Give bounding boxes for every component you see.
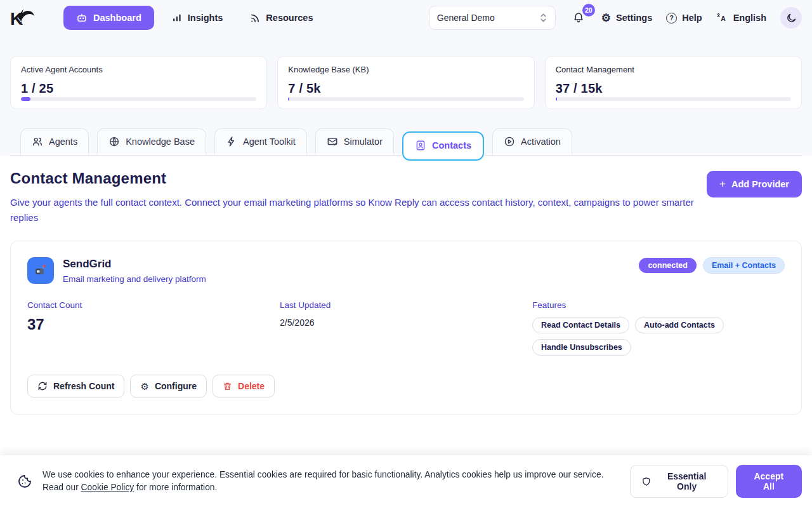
question-icon: ? (666, 13, 677, 23)
accept-all-button[interactable]: Accept All (736, 465, 802, 498)
progress-track (21, 97, 256, 101)
delete-label: Delete (238, 381, 265, 391)
shield-icon (641, 476, 652, 487)
tab-label: Simulator (344, 137, 383, 147)
tab-agent-toolkit[interactable]: Agent Toolkit (214, 128, 307, 155)
org-select-value: General Demo (437, 13, 495, 23)
essential-only-button[interactable]: Essential Only (630, 465, 728, 498)
language-label: English (733, 13, 766, 23)
add-provider-button[interactable]: + Add Provider (707, 171, 802, 197)
last-updated-block: Last Updated 2/5/2026 (280, 300, 532, 356)
nav-resources[interactable]: Resources (240, 7, 322, 29)
contact-count-label: Contact Count (27, 300, 280, 310)
page-description: Give your agents the full contact contex… (10, 195, 697, 225)
feature-chip: Read Contact Details (532, 317, 629, 333)
provider-subtitle: Email marketing and delivery platform (63, 274, 206, 284)
stats-region: Active Agent Accounts 1 / 25 Knowledge B… (0, 36, 812, 156)
section-text: Contact Management Give your agents the … (10, 170, 697, 225)
stat-label: Active Agent Accounts (21, 65, 256, 74)
tab-knowledge-base[interactable]: Knowledge Base (97, 128, 206, 155)
stat-value: 37 / 15k (556, 81, 791, 96)
delete-button[interactable]: Delete (213, 375, 275, 398)
play-circle-icon (504, 136, 515, 147)
section-header: Contact Management Give your agents the … (0, 156, 812, 225)
main-tabs: Agents Knowledge Base Agent Toolkit Simu… (10, 119, 802, 156)
nav-insights-label: Insights (188, 13, 223, 23)
help-button[interactable]: ? Help (666, 13, 702, 23)
svg-text:A: A (721, 15, 726, 22)
bar-chart-icon (172, 13, 182, 23)
header-actions: General Demo 20 ⚙ Settings ? Help x̄ A (429, 6, 802, 30)
last-updated-label: Last Updated (280, 300, 532, 310)
stat-card-active-agents: Active Agent Accounts 1 / 25 (10, 56, 267, 109)
cookie-banner: We use cookies to enhance your experienc… (0, 455, 812, 508)
provider-header: SendGrid Email marketing and delivery pl… (27, 257, 785, 284)
gear-icon: ⚙ (601, 13, 611, 23)
tab-agents[interactable]: Agents (20, 128, 89, 155)
settings-button[interactable]: ⚙ Settings (601, 13, 652, 23)
feature-chips: Read Contact Details Auto-add Contacts H… (532, 317, 785, 356)
contact-count-value: 37 (27, 316, 280, 333)
tab-contacts[interactable]: Contacts (402, 131, 484, 161)
last-updated-value: 2/5/2026 (280, 318, 532, 328)
gear-icon: ⚙ (140, 382, 148, 391)
nav-dashboard[interactable]: Dashboard (63, 6, 154, 30)
refresh-icon (37, 381, 48, 391)
chevron-updown-icon (539, 12, 547, 23)
type-badge: Email + Contacts (703, 257, 785, 274)
refresh-count-button[interactable]: Refresh Count (27, 375, 124, 398)
feature-chip: Handle Unsubscribes (532, 339, 631, 356)
envelope-check-icon (327, 136, 338, 147)
refresh-count-label: Refresh Count (53, 381, 114, 391)
stat-label: Contact Management (556, 65, 791, 74)
tab-activation[interactable]: Activation (492, 128, 572, 155)
progress-track (288, 97, 523, 101)
provider-identity: SendGrid Email marketing and delivery pl… (27, 257, 206, 284)
features-block: Features Read Contact Details Auto-add C… (532, 300, 785, 356)
cookie-text-after: for more information. (136, 483, 217, 492)
globe-icon (108, 136, 120, 147)
stat-card-knowledge-base: Knowledge Base (KB) 7 / 5k (277, 56, 534, 109)
tab-simulator[interactable]: Simulator (315, 128, 394, 155)
essential-only-label: Essential Only (657, 471, 717, 491)
stat-card-contact-management: Contact Management 37 / 15k (545, 56, 802, 109)
cookie-actions: Essential Only Accept All (630, 465, 802, 498)
mailbox-icon (27, 257, 54, 284)
robot-icon (76, 12, 88, 23)
tab-label: Contacts (432, 140, 471, 150)
primary-nav: Dashboard Insights Resources (63, 6, 322, 30)
progress-fill (21, 97, 30, 101)
svg-text:x̄: x̄ (717, 13, 720, 18)
nav-resources-label: Resources (266, 13, 313, 23)
provider-name: SendGrid (63, 258, 206, 271)
translate-icon: x̄ A (716, 12, 728, 23)
dark-mode-toggle[interactable] (780, 7, 802, 29)
tab-label: Agents (49, 137, 77, 147)
add-provider-label: Add Provider (731, 179, 789, 189)
page-title: Contact Management (10, 170, 697, 187)
configure-button[interactable]: ⚙ Configure (130, 375, 207, 398)
contact-count-block: Contact Count 37 (27, 300, 280, 356)
plus-icon: + (719, 178, 726, 190)
trash-icon (223, 381, 232, 391)
tab-label: Activation (521, 137, 561, 147)
help-label: Help (682, 13, 702, 23)
features-label: Features (532, 300, 785, 310)
nav-insights[interactable]: Insights (163, 7, 232, 29)
provider-card-sendgrid: SendGrid Email marketing and delivery pl… (10, 241, 802, 415)
provider-badges: connected Email + Contacts (639, 257, 785, 274)
org-select[interactable]: General Demo (429, 6, 556, 30)
language-button[interactable]: x̄ A English (716, 12, 766, 23)
cookie-icon (17, 474, 32, 489)
notifications-button[interactable]: 20 (570, 9, 587, 27)
lightning-icon (226, 136, 237, 147)
progress-fill (288, 97, 289, 101)
provider-titles: SendGrid Email marketing and delivery pl… (63, 258, 206, 284)
know-reply-logo-icon: K (10, 7, 37, 29)
tab-label: Agent Toolkit (243, 137, 296, 147)
brand-logo[interactable]: K (10, 7, 37, 29)
top-nav: K Dashboard Insights Resources General D… (0, 0, 812, 36)
cookie-policy-link[interactable]: Cookie Policy (81, 483, 134, 492)
configure-label: Configure (155, 381, 197, 391)
notifications-badge: 20 (582, 4, 595, 17)
